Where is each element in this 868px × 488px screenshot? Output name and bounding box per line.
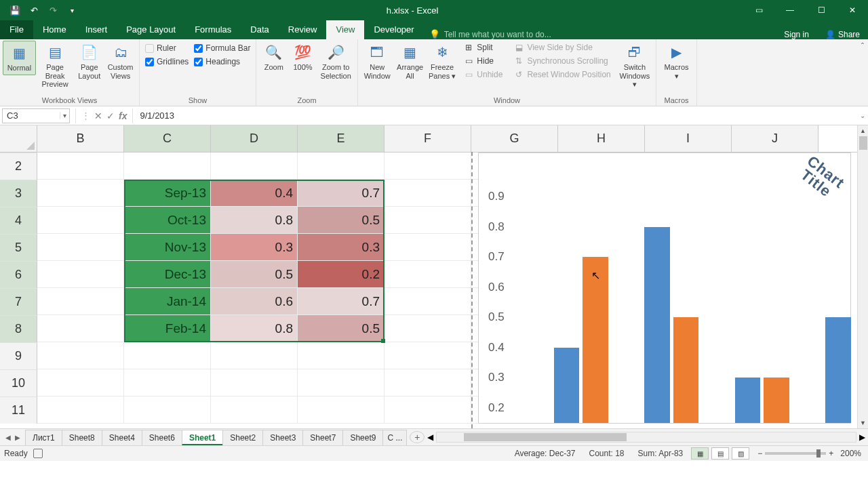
cell[interactable]	[384, 180, 471, 206]
view-page-break-button[interactable]: ▧	[732, 447, 749, 460]
tab-review[interactable]: Review	[279, 20, 327, 39]
col-header-i[interactable]: I	[645, 125, 732, 152]
custom-views-button[interactable]: 🗂 Custom Views	[104, 41, 136, 82]
cell[interactable]	[211, 369, 298, 396]
zoom-out-icon[interactable]: −	[757, 449, 762, 458]
cell[interactable]	[124, 342, 211, 369]
cell[interactable]	[37, 315, 124, 342]
chart-bar[interactable]	[583, 257, 608, 423]
chart-title[interactable]: ChartTitle	[795, 153, 846, 202]
cell[interactable]	[124, 369, 211, 396]
row-header[interactable]: 11	[0, 396, 37, 424]
col-header-e[interactable]: E	[298, 125, 384, 152]
cell[interactable]: 0.5	[298, 315, 384, 342]
reset-pos-button[interactable]: ↺Reset Window Position	[511, 70, 613, 79]
tab-data[interactable]: Data	[241, 20, 278, 39]
cell[interactable]: 0.5	[298, 207, 384, 233]
hscroll-right-icon[interactable]: ▶	[859, 432, 865, 442]
cell[interactable]: 0.3	[211, 234, 298, 260]
tab-page-layout[interactable]: Page Layout	[117, 20, 185, 39]
normal-button[interactable]: ▦ Normal	[3, 41, 36, 75]
hscroll-thumb[interactable]	[464, 433, 627, 441]
cell[interactable]	[37, 234, 124, 260]
page-layout-button[interactable]: 📄 Page Layout	[74, 41, 104, 82]
zoom-100-button[interactable]: 💯 100%	[289, 41, 317, 74]
cell[interactable]: Nov-13	[124, 234, 211, 260]
cell[interactable]	[37, 180, 124, 206]
sheet-tab[interactable]: Sheet1	[182, 430, 223, 445]
row-header[interactable]: 7	[0, 288, 37, 315]
cell[interactable]	[211, 396, 298, 423]
cell[interactable]	[298, 396, 384, 423]
sheet-tab[interactable]: Sheet6	[142, 430, 182, 445]
col-header-h[interactable]: H	[558, 125, 645, 152]
scroll-up-icon[interactable]: ▲	[858, 125, 868, 136]
sheet-tab[interactable]: Лист1	[25, 430, 62, 445]
hide-button[interactable]: ▭Hide	[460, 56, 505, 66]
sheet-tab[interactable]: Sheet9	[342, 430, 383, 445]
tab-view[interactable]: View	[326, 20, 364, 39]
redo-icon[interactable]: ↷	[43, 3, 62, 18]
cell[interactable]	[298, 152, 384, 179]
close-button[interactable]: ✕	[837, 0, 868, 20]
sheet-nav[interactable]: ◀▶	[0, 434, 26, 441]
signin-link[interactable]: Sign in	[776, 30, 817, 39]
new-window-button[interactable]: 🗔 New Window	[361, 41, 393, 82]
chart-bar[interactable]	[644, 227, 669, 423]
cell[interactable]: Dec-13	[124, 261, 211, 287]
share-button[interactable]: 👤 Share	[817, 30, 868, 39]
ruler-checkbox[interactable]: Ruler	[145, 43, 189, 53]
save-icon[interactable]: 💾	[5, 3, 24, 18]
sheet-tab[interactable]: Sheet3	[262, 430, 303, 445]
headings-checkbox[interactable]: Headings	[194, 57, 250, 66]
cell[interactable]: Feb-14	[124, 315, 211, 342]
cell[interactable]	[384, 315, 471, 342]
chart-bar[interactable]	[825, 317, 850, 423]
scroll-down-icon[interactable]: ▼	[858, 418, 868, 428]
cell[interactable]	[384, 207, 471, 233]
cell[interactable]	[384, 342, 471, 369]
zoom-level[interactable]: 200%	[840, 449, 861, 458]
chart-bar[interactable]	[673, 317, 698, 423]
cell[interactable]	[37, 261, 124, 287]
cell[interactable]	[384, 396, 471, 423]
cancel-icon[interactable]: ✕	[94, 110, 102, 121]
zoom-selection-button[interactable]: 🔎 Zoom to Selection	[317, 41, 355, 82]
cell[interactable]: Sep-13	[124, 180, 211, 206]
split-button[interactable]: ⊞Split	[460, 43, 505, 52]
collapse-ribbon-icon[interactable]: ˆ	[861, 42, 864, 52]
tab-insert[interactable]: Insert	[76, 20, 117, 39]
view-normal-button[interactable]: ▦	[691, 447, 709, 460]
cell[interactable]: 0.8	[211, 207, 298, 233]
formula-input[interactable]: 9/1/2013	[132, 108, 857, 123]
chart-bar[interactable]	[764, 378, 789, 423]
gridlines-checkbox[interactable]: Gridlines	[145, 57, 189, 66]
minimize-button[interactable]: —	[774, 0, 806, 20]
chart-bar[interactable]	[735, 378, 760, 423]
ribbon-display-icon[interactable]: ▭	[743, 0, 774, 20]
cell[interactable]	[384, 261, 471, 287]
undo-icon[interactable]: ↶	[24, 3, 43, 18]
cell[interactable]	[384, 152, 471, 179]
cell[interactable]	[384, 369, 471, 396]
tab-formulas[interactable]: Formulas	[185, 20, 241, 39]
row-header[interactable]: 3	[0, 180, 37, 207]
zoom-in-icon[interactable]: +	[829, 449, 833, 458]
maximize-button[interactable]: ☐	[806, 0, 837, 20]
sheet-tab[interactable]: Sheet2	[222, 430, 263, 445]
cell[interactable]	[211, 342, 298, 369]
cell[interactable]: 0.7	[298, 288, 384, 314]
tab-home[interactable]: Home	[33, 20, 76, 39]
tab-file[interactable]: File	[0, 20, 33, 39]
row-header[interactable]: 5	[0, 234, 37, 261]
cell[interactable]	[124, 152, 211, 179]
macro-record-icon[interactable]	[33, 449, 43, 458]
view-side-button[interactable]: ⬓View Side by Side	[511, 43, 613, 52]
enter-icon[interactable]: ✓	[106, 110, 115, 121]
cell[interactable]	[37, 288, 124, 314]
worksheet-grid[interactable]: B C D E F G H I J 23Sep-130.40.74Oct-130…	[0, 125, 868, 428]
cell[interactable]	[298, 369, 384, 396]
cell[interactable]: 0.6	[211, 288, 298, 314]
cell[interactable]: 0.4	[211, 180, 298, 206]
zoom-slider[interactable]	[765, 452, 826, 455]
